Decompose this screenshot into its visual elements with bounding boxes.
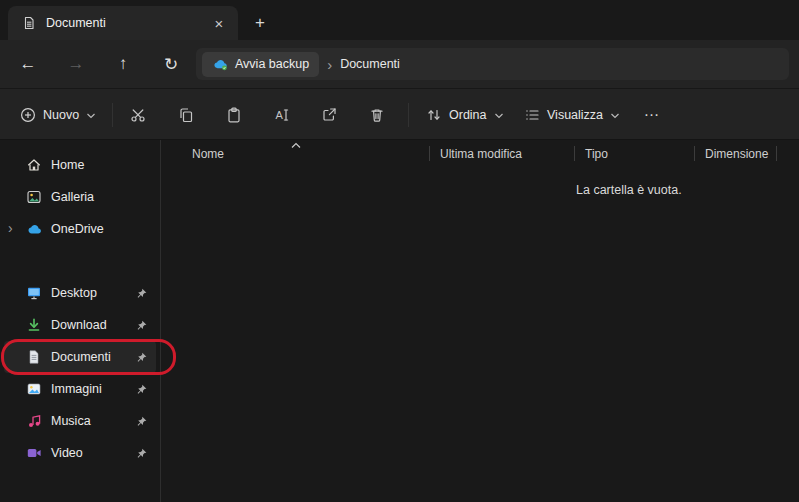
refresh-button[interactable]: ↻ <box>155 48 187 80</box>
pictures-icon <box>26 381 42 397</box>
pin-icon <box>135 319 148 332</box>
breadcrumb-current[interactable]: Documenti <box>340 57 400 71</box>
column-header-label: Tipo <box>585 147 608 161</box>
pin-icon <box>135 415 148 428</box>
chevron-right-icon[interactable]: › <box>8 221 13 235</box>
sidebar-item-desktop[interactable]: Desktop <box>4 277 156 309</box>
view-list-icon <box>524 107 540 123</box>
sidebar-item-musica[interactable]: Musica <box>4 405 156 437</box>
sort-icon <box>426 107 442 123</box>
scissors-icon <box>130 107 146 123</box>
tab-title: Documenti <box>46 16 198 30</box>
sidebar-item-label: Galleria <box>51 190 94 204</box>
column-header-nome[interactable]: Nome <box>161 140 430 167</box>
rename-icon: A <box>273 107 289 123</box>
sidebar-item-label: Home <box>51 158 84 172</box>
pin-icon <box>135 447 148 460</box>
download-icon <box>26 317 42 333</box>
navigation-pane: Home Galleria › <box>0 140 160 502</box>
sidebar-item-download[interactable]: Download <box>4 309 156 341</box>
column-header-label: Dimensione <box>705 147 768 161</box>
column-header-dimensione[interactable]: Dimensione <box>695 140 777 167</box>
command-bar: Nuovo <box>0 88 799 140</box>
sidebar-item-label: Download <box>51 318 107 332</box>
cut-button[interactable] <box>120 98 156 132</box>
column-header-label: Ultima modifica <box>440 147 522 161</box>
document-icon <box>22 16 36 30</box>
chevron-down-icon <box>494 112 504 119</box>
sidebar-item-label: Immagini <box>51 382 102 396</box>
column-header-tipo[interactable]: Tipo <box>575 140 695 167</box>
pin-icon <box>135 383 148 396</box>
copy-icon <box>178 107 194 123</box>
content-area: Home Galleria › <box>0 140 799 502</box>
empty-folder-message: La cartella è vuota. <box>576 183 682 197</box>
column-header-ultima-modifica[interactable]: Ultima modifica <box>430 140 575 167</box>
plus-circle-icon <box>20 107 36 123</box>
more-options-button[interactable]: … <box>634 98 670 132</box>
new-button-label: Nuovo <box>43 108 79 122</box>
file-list-area: Nome Ultima modifica Tipo Dimensione La … <box>161 140 799 502</box>
onedrive-icon <box>26 221 42 237</box>
copy-button[interactable] <box>168 98 204 132</box>
home-icon <box>26 157 42 173</box>
start-backup-button[interactable]: Avvia backup <box>202 52 319 77</box>
gallery-icon <box>26 189 42 205</box>
column-header-label: Nome <box>192 147 224 161</box>
sidebar-item-galleria[interactable]: Galleria <box>4 181 156 213</box>
ellipsis-icon: … <box>644 108 661 122</box>
paste-button[interactable] <box>216 98 252 132</box>
view-button-label: Visualizza <box>547 108 603 122</box>
back-button[interactable]: ← <box>12 48 44 80</box>
toolbar-separator <box>408 103 409 127</box>
close-tab-button[interactable]: × <box>208 12 230 34</box>
video-icon <box>26 445 42 461</box>
pin-icon <box>135 351 148 364</box>
trash-icon <box>369 107 385 123</box>
view-button[interactable]: Visualizza <box>514 98 630 132</box>
clipboard-icon <box>226 107 242 123</box>
breadcrumb-chevron-icon: › <box>327 57 332 72</box>
onedrive-backup-icon <box>212 56 228 72</box>
start-backup-label: Avvia backup <box>235 57 309 71</box>
sidebar-section-gap <box>0 245 160 277</box>
forward-button[interactable]: → <box>60 48 92 80</box>
sidebar-item-label: Documenti <box>51 350 111 364</box>
sort-button[interactable]: Ordina <box>416 98 514 132</box>
desktop-icon <box>26 285 42 301</box>
chevron-down-icon <box>86 112 96 119</box>
music-icon <box>26 413 42 429</box>
address-bar[interactable]: Avvia backup › Documenti <box>196 48 789 80</box>
new-button[interactable]: Nuovo <box>10 98 106 132</box>
delete-button[interactable] <box>359 98 395 132</box>
chevron-down-icon <box>610 112 620 119</box>
share-icon <box>321 107 337 123</box>
titlebar: Documenti × + <box>0 0 799 40</box>
sidebar-item-label: Desktop <box>51 286 97 300</box>
up-button[interactable]: ↑ <box>107 48 139 80</box>
navigation-bar: ← → ↑ ↻ Avvia backup › Documenti <box>0 40 799 88</box>
sort-button-label: Ordina <box>449 108 487 122</box>
documents-icon <box>26 349 42 365</box>
sidebar-item-label: OneDrive <box>51 222 104 236</box>
pin-icon <box>135 287 148 300</box>
column-headers: Nome Ultima modifica Tipo Dimensione <box>161 140 799 167</box>
sidebar-item-label: Musica <box>51 414 91 428</box>
file-explorer-window: Documenti × + ← → ↑ ↻ Avvia backup › Doc <box>0 0 799 502</box>
sidebar-item-immagini[interactable]: Immagini <box>4 373 156 405</box>
svg-text:A: A <box>275 109 283 121</box>
toolbar-separator <box>112 103 113 127</box>
sidebar-item-label: Video <box>51 446 83 460</box>
sidebar-item-onedrive[interactable]: › OneDrive <box>4 213 156 245</box>
sidebar-item-video[interactable]: Video <box>4 437 156 469</box>
tab-documenti[interactable]: Documenti × <box>8 6 238 40</box>
sidebar-item-home[interactable]: Home <box>4 149 156 181</box>
rename-button[interactable]: A <box>263 98 299 132</box>
new-tab-button[interactable]: + <box>247 9 273 35</box>
sort-ascending-icon <box>290 142 302 149</box>
share-button[interactable] <box>311 98 347 132</box>
sidebar-item-documenti[interactable]: Documenti <box>4 341 156 373</box>
